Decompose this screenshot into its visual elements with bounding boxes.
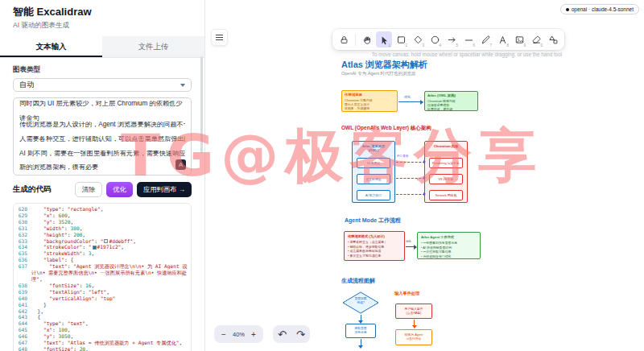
prompt-line: 传统浏览器是为人设计的，Agent 浏览器要解决的问题不一样 bbox=[19, 122, 185, 129]
owl-right-box[interactable]: Rendering 渲染引擎 bbox=[429, 158, 463, 168]
prompt-line: 讲金句 bbox=[19, 115, 185, 122]
input-tabs: 文本输入 文件上传 bbox=[0, 36, 204, 58]
arch-arrow[interactable] bbox=[398, 101, 423, 102]
tool-eraser-button[interactable]: 0 bbox=[528, 31, 544, 47]
line-number: 633 bbox=[14, 238, 31, 245]
code-line: 643 { bbox=[14, 314, 191, 320]
zoom-controls: − 40% + bbox=[214, 325, 263, 343]
owl-right-box[interactable]: V8 JS 引擎 bbox=[429, 174, 463, 184]
ai-enhance-button[interactable]: A bbox=[175, 159, 186, 170]
diagram-title-flow[interactable]: 生成流程图解 bbox=[341, 277, 375, 285]
legacy-mode-box[interactable]: 传统浏览模式 (为人设计) • 需要各种交互（点击菜单）• 辅助认知，逐步获取信… bbox=[344, 231, 405, 261]
code-line: 637 "text": "Agent 浏览器设计理念\n\n• 为 AI Age… bbox=[14, 263, 191, 283]
status-dot-icon bbox=[566, 8, 569, 11]
line-number: 634 bbox=[14, 244, 31, 250]
optimize-button[interactable]: 优化 bbox=[106, 182, 133, 197]
owl-left-box[interactable]: AI 能力接口 bbox=[357, 190, 390, 200]
flow-arrow-down[interactable] bbox=[361, 315, 361, 323]
tool-key-hint: 2 bbox=[405, 43, 407, 47]
prompt-textarea[interactable]: 同时因为 UI 层元素较少，对上层 Chromium 的依赖也少，升级很少也容易… bbox=[13, 97, 192, 176]
tool-ellipse-button[interactable]: 4 bbox=[427, 31, 443, 47]
chart-type-select[interactable]: 自动 bbox=[13, 78, 192, 92]
owl-browser-layer-container[interactable]: Atlas 浏览器层 (OWL) UI 界面层 交互处理层 AI 能力接口 bbox=[352, 141, 395, 203]
tool-key-hint: 1 bbox=[388, 43, 390, 47]
input-arrow-down[interactable] bbox=[414, 320, 415, 328]
menu-button[interactable] bbox=[211, 29, 228, 46]
legacy-mode-title: 传统浏览模式 (为人设计) bbox=[348, 234, 401, 238]
workflow-arrow[interactable] bbox=[406, 246, 416, 247]
left-panel: 智能 Excalidraw AI 驱动的图表生成 文本输入 文件上传 图表类型 … bbox=[0, 0, 205, 351]
code-line: 628 "type": "rectangle", bbox=[14, 206, 191, 213]
owl-left-box[interactable]: 交互处理层 bbox=[357, 174, 390, 184]
code-line: 630 "y": 3520, bbox=[14, 219, 191, 225]
code-line: 638 "fontSize": 16, bbox=[14, 283, 191, 289]
tool-rectangle-button[interactable]: 2 bbox=[393, 31, 409, 47]
generated-code-label: 生成的代码 bbox=[13, 184, 52, 195]
owl-left-box[interactable]: UI 界面层 bbox=[357, 158, 390, 168]
zoom-in-button[interactable]: + bbox=[248, 330, 259, 339]
input-event-box[interactable]: 用户输入事件 (点击/键盘) bbox=[395, 304, 432, 319]
ai-sparkle-icon: A bbox=[179, 161, 183, 168]
tool-select-button[interactable]: 1 bbox=[376, 31, 392, 47]
line-number: 645 bbox=[14, 327, 31, 333]
input-flow-title[interactable]: 输入事件处理 bbox=[394, 291, 419, 296]
redo-button[interactable]: ↷ bbox=[296, 328, 305, 341]
owl-connector[interactable] bbox=[396, 194, 425, 195]
tool-image-button[interactable]: 9 bbox=[511, 31, 527, 47]
tool-arrow-button[interactable]: 5 bbox=[444, 31, 460, 47]
line-number: 647 bbox=[14, 340, 31, 346]
code-editor[interactable]: 628 "type": "rectangle",629 "x": 600,630… bbox=[13, 203, 192, 351]
chevron-down-icon bbox=[180, 84, 185, 87]
legacy-line: 依赖多，升级缓慢 bbox=[345, 106, 394, 110]
code-line: 634 "strokeColor": "#1971c2", bbox=[14, 244, 191, 250]
convert-box[interactable]: 转换为 Agent 可执行指令 bbox=[395, 329, 432, 345]
excalidraw-canvas[interactable]: 1234567890 To move canvas, hold mouse wh… bbox=[205, 0, 644, 351]
owl-right-box[interactable]: Network 网络栈 bbox=[429, 190, 463, 200]
code-line: 629 "x": 600, bbox=[14, 213, 191, 219]
flow-arrow-down[interactable] bbox=[361, 339, 361, 348]
code-toolbar: 生成的代码 清除 优化 应用到画布 → bbox=[13, 182, 192, 197]
chart-type-label: 图表类型 bbox=[13, 65, 192, 75]
owl-connector[interactable] bbox=[396, 162, 425, 163]
tool-diamond-button[interactable]: 3 bbox=[410, 31, 426, 47]
diagram-subtitle-arch[interactable]: OpenAI 专为 Agent 时代打造的浏览器 bbox=[341, 71, 416, 76]
tool-text-button[interactable]: 8 bbox=[494, 31, 510, 47]
legacy-browser-box[interactable]: 传统浏览器 Chromium 完整内核 面向人类交互设计 依赖多，升级缓慢 bbox=[341, 90, 398, 112]
tool-draw-button[interactable]: 7 bbox=[477, 31, 493, 47]
line-number: 632 bbox=[14, 232, 31, 238]
chromium-kernel-container[interactable]: Chromium 内核 Rendering 渲染引擎 V8 JS 引擎 Netw… bbox=[424, 141, 468, 203]
input-event-line: (点击/键盘) bbox=[407, 312, 422, 316]
zoom-value: 40% bbox=[233, 331, 245, 338]
model-badge[interactable]: openai · claude-4.5-sonnet bbox=[560, 4, 639, 14]
tool-hand-button[interactable] bbox=[359, 31, 375, 47]
flow-step-box[interactable]: 提取页面 所有元素 bbox=[345, 324, 376, 338]
tool-lock-button[interactable] bbox=[336, 31, 352, 47]
apply-to-canvas-button[interactable]: 应用到画布 → bbox=[137, 182, 192, 197]
undo-button[interactable]: ↶ bbox=[278, 328, 287, 341]
atlas-mode-box[interactable]: Atlas Agent 工作方式 • 一张图看到所有页面元素• AI 快速理解页… bbox=[417, 232, 481, 259]
panel-scrollbar[interactable] bbox=[200, 56, 203, 153]
line-number: 636 bbox=[14, 257, 31, 263]
tab-file-upload[interactable]: 文件上传 bbox=[102, 36, 204, 57]
zoom-out-button[interactable]: − bbox=[218, 330, 229, 339]
tool-key-hint: 5 bbox=[456, 43, 458, 47]
owl-connector[interactable] bbox=[396, 178, 425, 179]
prompt-line bbox=[19, 129, 185, 136]
line-number: 639 bbox=[14, 289, 31, 295]
workflow-arrow-label: 优化 bbox=[406, 240, 411, 243]
code-line: 646 "y": 3850, bbox=[14, 333, 191, 340]
code-line: 639 "textAlign": "left", bbox=[14, 289, 191, 295]
prompt-line bbox=[19, 143, 185, 151]
legacy-mode-bullets: • 需要各种交互（点击菜单）• 辅助认知，逐步获取信息• 点击菜单然后弹出阅读•… bbox=[348, 240, 401, 258]
diagram-title-owl[interactable]: OWL (OpenAI's Web Layer) 核心架构 bbox=[341, 125, 431, 132]
atlas-owl-box[interactable]: Atlas (OWL 架构) Chromium 精简内核 仅保留必要模块 轻量快… bbox=[424, 91, 478, 111]
diagram-title-workflow[interactable]: Agent Mode 工作流程 bbox=[345, 217, 401, 225]
line-number: 646 bbox=[14, 333, 31, 340]
clear-button[interactable]: 清除 bbox=[75, 182, 103, 197]
tool-shapes-button[interactable] bbox=[545, 31, 561, 47]
tool-line-button[interactable]: 6 bbox=[460, 31, 477, 47]
shapes-icon bbox=[548, 35, 559, 45]
diagram-title-arch[interactable]: Atlas 浏览器架构解析 bbox=[341, 59, 427, 71]
owl-left-subtitle: (OWL) bbox=[353, 148, 394, 152]
tab-text-input[interactable]: 文本输入 bbox=[0, 36, 102, 57]
